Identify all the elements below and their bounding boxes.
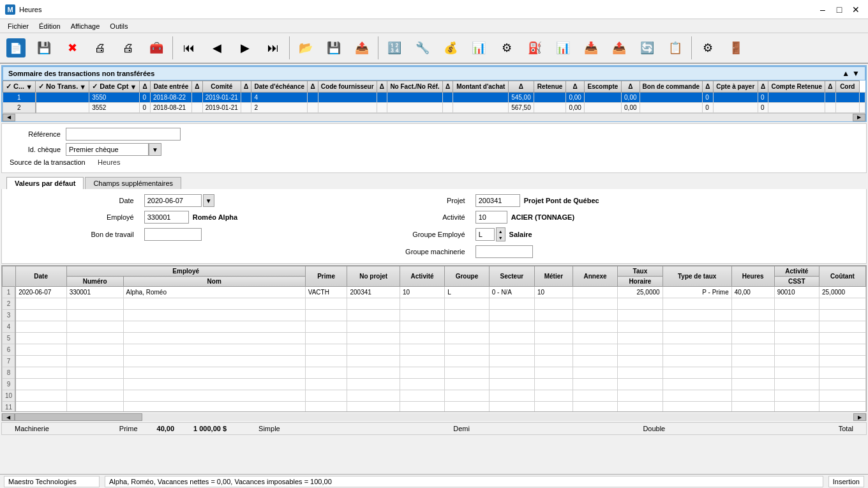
col-cptepayer[interactable]: Cpte à payer [713, 81, 758, 93]
col-notrans[interactable]: ✓ No Trans. ▼ [36, 81, 89, 93]
data-cell[interactable] [347, 379, 400, 390]
data-cell[interactable] [445, 310, 489, 321]
data-row[interactable]: 6 [3, 344, 866, 356]
data-cell[interactable]: 200341 [347, 287, 400, 298]
data-cell[interactable]: L [445, 287, 489, 298]
data-cell[interactable] [66, 402, 123, 413]
data-row[interactable]: 11 [3, 402, 866, 413]
data-cell[interactable] [445, 367, 489, 379]
trans-grid-scroll[interactable]: ✓ C... ▼ ✓ No Trans. ▼ ✓ Date Cpt ▼ Δ Da… [3, 80, 865, 113]
data-cell[interactable] [731, 321, 774, 333]
data-cell[interactable] [774, 367, 819, 379]
data-cell[interactable] [445, 333, 489, 344]
data-row[interactable]: 2 [3, 298, 866, 310]
data-cell[interactable] [445, 390, 489, 402]
data-cell[interactable] [305, 310, 347, 321]
col-delta9[interactable]: Δ [622, 81, 640, 93]
prev-button[interactable]: ◀ [204, 34, 230, 61]
data-cell[interactable] [534, 321, 572, 333]
col-metier-header[interactable]: Métier [534, 266, 572, 287]
tab-champs-supplementaires[interactable]: Champs supplémentaires [85, 177, 181, 189]
report2-button[interactable]: ⚙ [493, 34, 520, 61]
data-cell[interactable] [572, 379, 617, 390]
data-cell[interactable]: VACTH [305, 287, 347, 298]
data-cell[interactable] [15, 310, 66, 321]
data-cell[interactable] [347, 321, 400, 333]
data-cell[interactable] [489, 379, 534, 390]
data-cell[interactable] [305, 379, 347, 390]
col-delta10[interactable]: Δ [703, 81, 714, 93]
data-cell[interactable] [731, 367, 774, 379]
data-cell[interactable] [731, 310, 774, 321]
idcheque-input[interactable] [66, 143, 149, 156]
data-cell[interactable] [731, 390, 774, 402]
data-cell[interactable] [400, 356, 444, 367]
save-file-button[interactable]: 💾 [320, 34, 347, 61]
data-cell[interactable] [534, 402, 572, 413]
data-cell[interactable] [347, 298, 400, 310]
data-cell[interactable] [489, 321, 534, 333]
data-cell[interactable] [305, 367, 347, 379]
col-coutant-header[interactable]: Coûtant [819, 266, 865, 287]
last-button[interactable]: ⏭ [260, 34, 287, 61]
data-cell[interactable] [489, 344, 534, 356]
data-cell[interactable] [66, 298, 123, 310]
data-cell[interactable] [774, 402, 819, 413]
scroll-down-icon[interactable]: ▼ [852, 69, 860, 78]
data-cell[interactable] [347, 344, 400, 356]
col-numero-subheader[interactable]: Numéro [66, 277, 123, 287]
data-cell[interactable] [662, 390, 731, 402]
data-cell[interactable] [774, 379, 819, 390]
data-cell[interactable]: 25,0000 [819, 287, 865, 298]
data-cell[interactable] [445, 344, 489, 356]
data-cell[interactable] [534, 344, 572, 356]
filter-button[interactable]: 🔧 [409, 34, 436, 61]
data-cell[interactable] [15, 402, 66, 413]
col-groupe-header[interactable]: Groupe [445, 266, 489, 287]
tools-button[interactable]: 🧰 [143, 34, 170, 61]
data-cell[interactable] [400, 390, 444, 402]
excel-button[interactable]: 📊 [550, 34, 576, 61]
data-cell[interactable] [400, 333, 444, 344]
data-cell[interactable] [618, 367, 662, 379]
data-cell[interactable]: 330001 [66, 287, 123, 298]
data-cell[interactable] [123, 402, 305, 413]
data-cell[interactable]: 25,0000 [618, 287, 662, 298]
data-cell[interactable] [662, 367, 731, 379]
print-button[interactable]: 🖨 [115, 34, 142, 61]
col-delta8[interactable]: Δ [566, 81, 584, 93]
data-grid-scrollbar[interactable]: ◀ ▶ [1, 413, 867, 421]
col-typetaux-header[interactable]: Type de taux [662, 266, 731, 287]
data-cell[interactable] [572, 344, 617, 356]
data-cell[interactable] [618, 356, 662, 367]
data-cell[interactable] [66, 310, 123, 321]
col-delta11[interactable]: Δ [758, 81, 768, 93]
report1-button[interactable]: 📊 [465, 34, 492, 61]
data-cell[interactable] [123, 321, 305, 333]
projet-input[interactable] [475, 194, 520, 207]
data-row[interactable]: 10 [3, 390, 866, 402]
data-cell[interactable] [15, 390, 66, 402]
col-delta7[interactable]: Δ [509, 81, 534, 93]
col-date-header[interactable]: Date [15, 266, 66, 287]
data-cell[interactable] [123, 333, 305, 344]
date-dropdown-button[interactable]: ▼ [203, 194, 214, 207]
data-cell[interactable] [123, 344, 305, 356]
data-cell[interactable] [489, 402, 534, 413]
data-cell[interactable]: 90010 [774, 287, 819, 298]
data-cell[interactable] [572, 402, 617, 413]
cancel-button[interactable]: ✖ [59, 34, 86, 61]
groupeemploye-input[interactable] [475, 228, 495, 241]
col-delta6[interactable]: Δ [442, 81, 453, 93]
data-cell[interactable] [15, 298, 66, 310]
employe-input[interactable] [144, 211, 189, 224]
data-cell[interactable] [66, 333, 123, 344]
data-cell[interactable] [618, 333, 662, 344]
data-cell[interactable] [572, 287, 617, 298]
data-cell[interactable] [489, 298, 534, 310]
data-cell[interactable] [400, 379, 444, 390]
data-cell[interactable] [662, 402, 731, 413]
reference-input[interactable] [66, 128, 181, 141]
data-row[interactable]: 5 [3, 333, 866, 344]
data-cell[interactable] [305, 333, 347, 344]
